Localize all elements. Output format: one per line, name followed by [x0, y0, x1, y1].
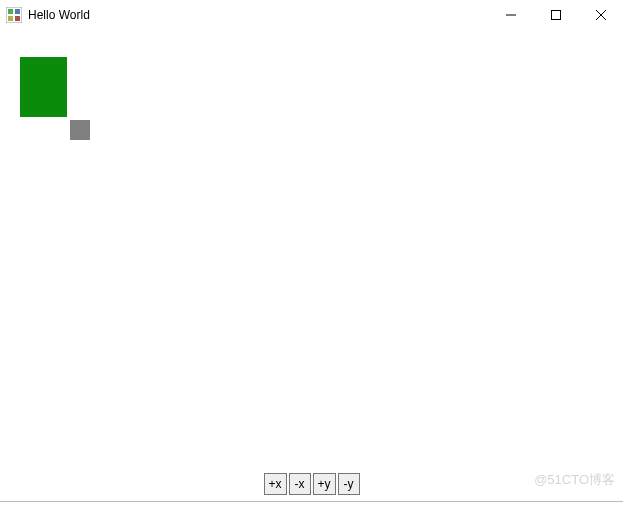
grey-rectangle: [70, 120, 90, 140]
close-button[interactable]: [578, 0, 623, 30]
window-title: Hello World: [28, 8, 488, 22]
window-bottom-border: [0, 501, 623, 507]
minus-y-button[interactable]: -y: [338, 473, 360, 495]
minus-x-button[interactable]: -x: [289, 473, 311, 495]
app-icon: [6, 7, 22, 23]
plus-y-button[interactable]: +y: [313, 473, 336, 495]
canvas-area: +x -x +y -y: [0, 30, 623, 501]
plus-x-button[interactable]: +x: [263, 473, 286, 495]
maximize-button[interactable]: [533, 0, 578, 30]
svg-rect-6: [551, 11, 560, 20]
svg-rect-3: [8, 16, 13, 21]
minimize-button[interactable]: [488, 0, 533, 30]
control-button-row: +x -x +y -y: [263, 473, 359, 495]
green-rectangle: [20, 57, 67, 117]
titlebar: Hello World: [0, 0, 623, 30]
window-controls: [488, 0, 623, 29]
svg-rect-2: [15, 9, 20, 14]
svg-rect-1: [8, 9, 13, 14]
svg-rect-4: [15, 16, 20, 21]
